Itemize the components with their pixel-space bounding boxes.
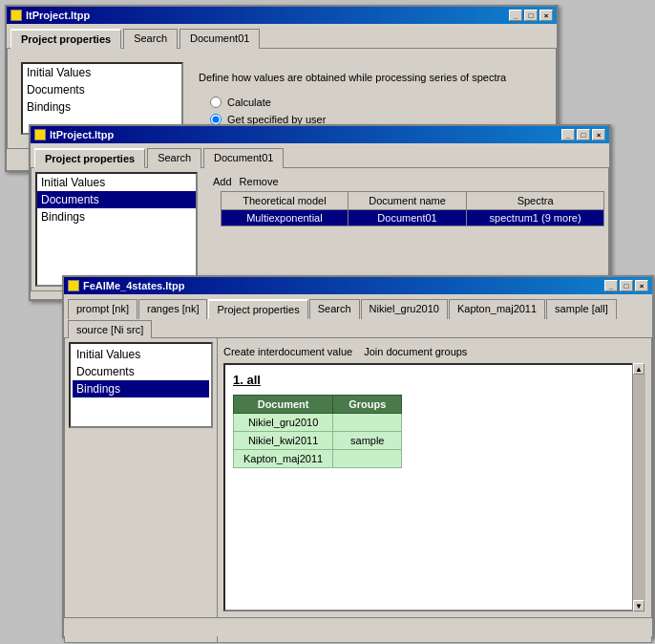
- window3-join-groups[interactable]: Join document groups: [364, 346, 467, 357]
- window2-sidebar-documents[interactable]: Documents: [37, 191, 196, 208]
- window1-tabbar: Project properties Search Document01: [7, 24, 557, 48]
- window3-close[interactable]: ×: [635, 280, 648, 291]
- window3-cell-groups0: [333, 414, 402, 432]
- window3-maximize[interactable]: □: [620, 280, 633, 291]
- window1-maximize[interactable]: □: [524, 10, 538, 21]
- window2-titlebar: ltProject.ltpp _ □ ×: [31, 126, 609, 143]
- window2-col-docname: Document name: [348, 192, 466, 210]
- window2-toolbar: Add Remove: [205, 172, 604, 191]
- window1-tab-doc01[interactable]: Document01: [180, 29, 260, 49]
- table-row[interactable]: Multiexponential Document01 spectrum1 (9…: [222, 210, 604, 226]
- window3-vscrollbar[interactable]: ▲ ▼: [632, 363, 645, 612]
- window2-cell-docname: Document01: [348, 210, 466, 226]
- window3-tab-prompt[interactable]: prompt [nk]: [68, 299, 137, 319]
- window1-icon: [11, 10, 22, 21]
- window2-tab-doc01[interactable]: Document01: [203, 148, 284, 168]
- window3-tabbar: prompt [nk] ranges [nk] Project properti…: [64, 294, 652, 337]
- window1-title: ltProject.ltpp: [26, 10, 90, 21]
- table-row[interactable]: Nikiel_kwi2011 sample: [234, 432, 402, 450]
- window1-tab-search[interactable]: Search: [123, 29, 178, 49]
- window3-col-groups: Groups: [333, 396, 402, 414]
- window2-remove-btn[interactable]: Remove: [240, 176, 279, 187]
- window2-add-btn[interactable]: Add: [213, 176, 232, 187]
- window1-radio-calculate[interactable]: Calculate: [210, 97, 523, 108]
- window3-col-document: Document: [234, 396, 333, 414]
- window1-sidebar-bindings[interactable]: Bindings: [23, 98, 181, 116]
- window3-cell-groups2: [333, 450, 402, 468]
- window2-close[interactable]: ×: [592, 129, 605, 140]
- window3-cell-kapton: Kapton_maj2011: [234, 450, 333, 468]
- window3-tab-search[interactable]: Search: [309, 299, 360, 319]
- window2-col-model: Theoretical model: [222, 192, 349, 210]
- window2-sidebar-bindings[interactable]: Bindings: [37, 208, 196, 225]
- window3-icon: [68, 280, 79, 291]
- window1-description: Define how values are obtained while pro…: [191, 62, 542, 87]
- window3-tab-kapton[interactable]: Kapton_maj2011: [449, 299, 545, 319]
- scroll-up-arrow[interactable]: ▲: [633, 363, 644, 375]
- window2-maximize[interactable]: □: [577, 129, 590, 140]
- window1-sidebar-initialvalues[interactable]: Initial Values: [23, 64, 181, 81]
- window2-cell-model: Multiexponential: [222, 210, 349, 226]
- window3-statusbar: [64, 617, 652, 636]
- window1-close[interactable]: ×: [539, 10, 553, 21]
- window3-tab-source[interactable]: source [Ni src]: [68, 320, 152, 338]
- window3-content: Initial Values Documents Bindings Create…: [64, 337, 652, 643]
- scroll-track: [633, 375, 645, 600]
- window2-table-container: Theoretical model Document name Spectra …: [205, 191, 604, 234]
- window2-tab-search[interactable]: Search: [147, 148, 201, 168]
- window2-col-spectra: Spectra: [467, 192, 604, 210]
- window3-create-interdoc[interactable]: Create interdocument value: [223, 346, 352, 357]
- window3-tab-projectprops[interactable]: Project properties: [208, 299, 307, 319]
- window3-binding-table: Document Groups Nikiel_gru2010 Nikiel_kw…: [233, 395, 402, 468]
- window3-binding-section: 1. all Document Groups Nikiel_gru2010: [223, 363, 645, 612]
- window3-cell-nikiel-gru: Nikiel_gru2010: [234, 414, 333, 432]
- window3-sidebar-documents[interactable]: Documents: [73, 363, 209, 380]
- window1-minimize[interactable]: _: [509, 10, 522, 21]
- window3-tab-nikiel-gru[interactable]: Nikiel_gru2010: [361, 299, 448, 319]
- table-row[interactable]: Kapton_maj2011: [234, 450, 402, 468]
- window2-table: Theoretical model Document name Spectra …: [221, 191, 604, 226]
- window3-titlebar: FeAlMe_4states.ltpp _ □ ×: [64, 277, 652, 294]
- scroll-down-arrow[interactable]: ▼: [633, 600, 644, 612]
- window3-main: Create interdocument value Join document…: [218, 338, 651, 642]
- window3-sidebar-initialvalues[interactable]: Initial Values: [73, 346, 209, 363]
- window2-icon: [34, 129, 46, 140]
- window2-title: ltProject.ltpp: [50, 129, 114, 140]
- window3: FeAlMe_4states.ltpp _ □ × prompt [nk] ra…: [62, 275, 654, 638]
- window1-titlebar: ltProject.ltpp _ □ ×: [7, 7, 557, 24]
- window3-title: FeAlMe_4states.ltpp: [83, 280, 184, 291]
- table-row[interactable]: Nikiel_gru2010: [234, 414, 402, 432]
- window2-minimize[interactable]: _: [561, 129, 575, 140]
- window2-sidebar: Initial Values Documents Bindings: [35, 172, 198, 287]
- window1-tab-projectprops[interactable]: Project properties: [11, 29, 121, 49]
- window3-cell-groups1: sample: [333, 432, 402, 450]
- window3-tab-sample[interactable]: sample [all]: [546, 299, 617, 319]
- window3-binding-number: 1. all: [233, 373, 628, 387]
- window2-tab-projectprops[interactable]: Project properties: [34, 148, 145, 168]
- window3-actionbar: Create interdocument value Join document…: [223, 344, 645, 363]
- window3-sidebar-list: Initial Values Documents Bindings: [69, 342, 213, 428]
- window3-minimize[interactable]: _: [604, 280, 618, 291]
- window3-tab-ranges[interactable]: ranges [nk]: [138, 299, 207, 319]
- window2-content: Initial Values Documents Bindings Add Re…: [31, 167, 609, 291]
- window3-sidebar: Initial Values Documents Bindings: [65, 338, 218, 642]
- window3-cell-nikiel-kwi: Nikiel_kwi2011: [234, 432, 333, 450]
- window2-sidebar-initialvalues[interactable]: Initial Values: [37, 174, 196, 191]
- window2-tabbar: Project properties Search Document01: [31, 143, 609, 167]
- window2-cell-spectra: spectrum1 (9 more): [467, 210, 604, 226]
- window1-sidebar-documents[interactable]: Documents: [23, 81, 181, 98]
- window3-sidebar-bindings[interactable]: Bindings: [73, 380, 209, 397]
